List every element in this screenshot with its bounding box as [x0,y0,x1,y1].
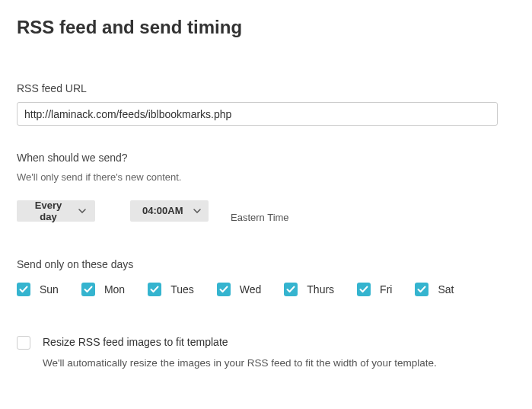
frequency-select[interactable]: Every day [17,200,95,222]
checkbox-icon [148,283,161,296]
day-label: Wed [240,283,262,296]
day-item-mon[interactable]: Mon [81,283,125,296]
checkbox-icon [284,283,298,296]
day-label: Tues [170,283,194,296]
send-schedule-sub: We'll only send if there's new content. [17,171,515,183]
rss-url-label: RSS feed URL [17,82,515,94]
day-label: Sun [40,283,59,296]
day-item-tues[interactable]: Tues [148,283,194,296]
send-schedule-label: When should we send? [17,152,515,164]
day-item-fri[interactable]: Fri [357,283,392,296]
timezone-label: Eastern Time [231,212,289,223]
checkbox-icon [81,283,95,296]
chevron-down-icon [193,209,201,213]
day-label: Sat [438,283,454,296]
day-item-sat[interactable]: Sat [415,283,454,296]
days-row: Sun Mon Tues Wed Thurs [17,283,515,296]
checkbox-icon [415,283,428,296]
resize-sub: We'll automatically resize the images in… [43,357,437,369]
day-label: Fri [380,283,392,296]
day-label: Mon [104,283,125,296]
day-item-wed[interactable]: Wed [217,283,262,296]
resize-label: Resize RSS feed images to fit template [43,336,437,348]
checkbox-icon [217,283,231,296]
time-select[interactable]: 04:00AM [130,200,209,222]
frequency-value: Every day [29,200,68,222]
days-label: Send only on these days [17,258,515,270]
checkbox-icon [357,283,371,296]
day-item-thurs[interactable]: Thurs [284,283,334,296]
checkbox-icon [17,283,30,296]
time-value: 04:00AM [142,205,183,216]
rss-url-input[interactable] [17,102,498,126]
day-label: Thurs [307,283,334,296]
page-title: RSS feed and send timing [17,17,515,38]
resize-checkbox[interactable] [17,336,30,350]
day-item-sun[interactable]: Sun [17,283,59,296]
chevron-down-icon [78,209,86,213]
